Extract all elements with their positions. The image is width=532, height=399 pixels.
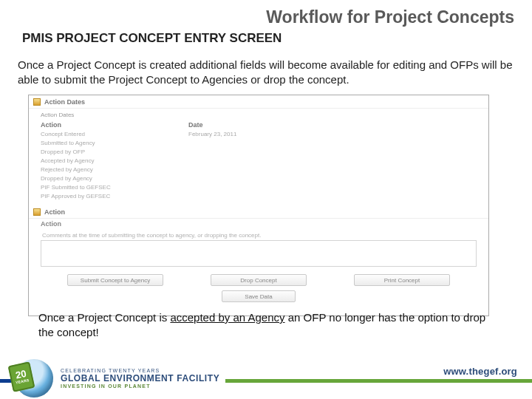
folder-icon xyxy=(33,208,41,216)
action-dates-rows: Concept EnteredFebruary 23, 2011 Submitt… xyxy=(29,130,488,205)
drop-concept-button[interactable]: Drop Concept xyxy=(211,274,307,286)
slide-footer: www.thegef.org 20 YEARS CELEBRATING TWEN… xyxy=(0,355,532,399)
footer-note: Once a Project Concept is accepted by an… xyxy=(38,310,497,341)
action-label: Action xyxy=(41,220,477,228)
panel-title: Action Dates xyxy=(44,98,85,106)
gef-logo: 20 YEARS CELEBRATING TWENTY YEARS GLOBAL… xyxy=(15,359,225,398)
folder-icon xyxy=(33,98,41,106)
globe-icon: 20 YEARS xyxy=(15,359,53,398)
logo-text: CELEBRATING TWENTY YEARS GLOBAL ENVIRONM… xyxy=(61,368,219,389)
table-row: Concept EnteredFebruary 23, 2011 xyxy=(41,130,477,139)
table-row: Accepted by Agency xyxy=(41,157,477,166)
button-row-2: Save Data xyxy=(41,289,477,310)
panel-title: Action xyxy=(44,208,65,216)
note-underline: accepted by an Agency xyxy=(170,311,284,324)
slide-subtitle: PMIS PROJECT CONCEPT ENTRY SCREEN xyxy=(22,31,282,46)
col-action: Action xyxy=(41,121,188,129)
save-data-button[interactable]: Save Data xyxy=(222,290,296,302)
table-row: Dropped by Agency xyxy=(41,174,477,183)
intro-paragraph: Once a Project Concept is created additi… xyxy=(18,58,514,86)
panel-header-action-dates: Action Dates xyxy=(29,95,488,109)
action-panel-body: Action Comments at the time of submittin… xyxy=(29,219,488,316)
comments-textarea[interactable] xyxy=(41,240,477,267)
panel-subheader: Action Dates xyxy=(29,109,488,120)
table-row: Dropped by OFP xyxy=(41,148,477,157)
slide-title: Workflow for Project Concepts xyxy=(266,7,514,27)
table-row: Rejected by Agency xyxy=(41,166,477,174)
print-concept-button[interactable]: Print Concept xyxy=(354,274,450,286)
footer-url: www.thegef.org xyxy=(443,366,517,377)
panel-header-action: Action xyxy=(29,205,488,219)
comments-hint: Comments at the time of submitting the c… xyxy=(42,232,475,239)
anniversary-ribbon: 20 YEARS xyxy=(8,361,35,392)
table-header: Action Date xyxy=(29,120,488,130)
pmis-screenshot: Action Dates Action Dates Action Date Co… xyxy=(28,95,489,316)
table-row: Submitted to Agency xyxy=(41,139,477,148)
col-date: Date xyxy=(188,121,203,129)
submit-concept-button[interactable]: Submit Concept to Agency xyxy=(67,274,163,286)
button-row: Submit Concept to Agency Drop Concept Pr… xyxy=(41,268,477,289)
table-row: PIF Submitted to GEFSEC xyxy=(41,183,477,192)
table-row: PIF Approved by GEFSEC xyxy=(41,192,477,201)
